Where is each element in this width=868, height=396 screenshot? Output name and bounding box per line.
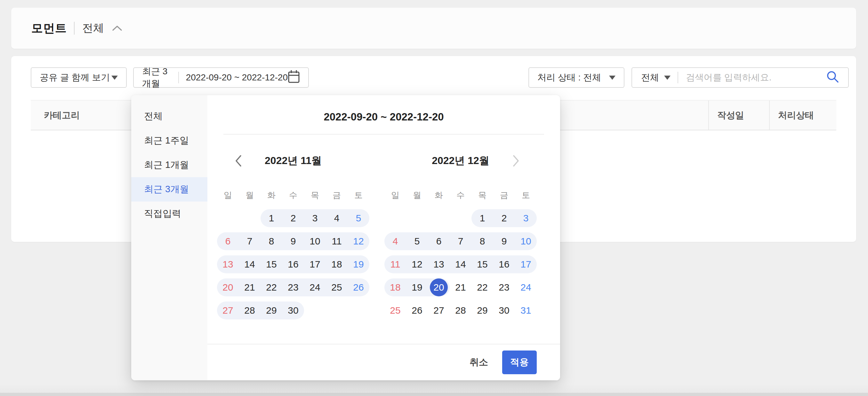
day-cell[interactable]: 25 [384, 299, 406, 322]
day-cell[interactable]: 12 [348, 230, 369, 253]
day-cell[interactable]: 5 [406, 230, 428, 253]
empty-day-cell [384, 207, 406, 230]
date-range-control[interactable]: 최근 3개월 2022-09-20 ~ 2022-12-20 [133, 67, 309, 88]
day-cell[interactable]: 30 [493, 299, 515, 322]
day-cell[interactable]: 6 [428, 230, 450, 253]
share-view-dropdown[interactable]: 공유 글 함께 보기 [31, 67, 127, 88]
day-cell[interactable]: 30 [282, 299, 304, 322]
calendar-week-row: 6789101112 [217, 230, 369, 253]
day-cell[interactable]: 25 [326, 276, 348, 299]
title-divider [223, 134, 544, 135]
calendar-week-row: 12345 [217, 207, 369, 230]
day-cell[interactable]: 21 [239, 276, 260, 299]
calendar-icon[interactable] [288, 69, 300, 86]
day-cell[interactable]: 26 [348, 276, 369, 299]
calendar-week-row: 13141516171819 [217, 253, 369, 276]
day-cell[interactable]: 24 [515, 276, 537, 299]
day-cell[interactable]: 11 [326, 230, 348, 253]
day-cell[interactable]: 17 [515, 253, 537, 276]
empty-day-cell [348, 299, 369, 322]
day-cell[interactable]: 7 [239, 230, 260, 253]
selected-day[interactable]: 20 [428, 276, 450, 299]
preset-item[interactable]: 최근 1개월 [131, 153, 208, 177]
selected-day-circle: 20 [430, 278, 448, 296]
weekday-label: 토 [515, 183, 537, 207]
calendar-panels: 2022년 11월일월화수목금토123456789101112131415161… [217, 146, 537, 322]
day-cell[interactable]: 23 [493, 276, 515, 299]
preset-item[interactable]: 최근 1주일 [131, 129, 208, 153]
day-cell[interactable]: 9 [493, 230, 515, 253]
date-preset-sidebar: 전체최근 1주일최근 1개월최근 3개월직접입력 [131, 95, 208, 380]
calendar-week-row: 27282930 [217, 299, 369, 322]
day-cell[interactable]: 8 [260, 230, 282, 253]
day-cell[interactable]: 21 [450, 276, 471, 299]
day-cell[interactable]: 2 [493, 207, 515, 230]
day-cell[interactable]: 20 [217, 276, 239, 299]
preset-item-selected[interactable]: 최근 3개월 [131, 177, 208, 201]
day-cell[interactable]: 12 [406, 253, 428, 276]
day-cell[interactable]: 13 [217, 253, 239, 276]
status-filter-dropdown[interactable]: 처리 상태 : 전체 [528, 67, 624, 88]
empty-day-cell [428, 207, 450, 230]
day-cell[interactable]: 10 [304, 230, 326, 253]
day-cell[interactable]: 8 [471, 230, 493, 253]
day-cell[interactable]: 17 [304, 253, 326, 276]
day-cell[interactable]: 16 [493, 253, 515, 276]
day-cell[interactable]: 7 [450, 230, 471, 253]
weekday-label: 일 [217, 183, 239, 207]
day-cell[interactable]: 18 [326, 253, 348, 276]
weekday-label: 목 [471, 183, 493, 207]
search-input[interactable] [686, 73, 826, 83]
day-cell[interactable]: 2 [282, 207, 304, 230]
day-cell[interactable]: 27 [217, 299, 239, 322]
weekday-row: 일월화수목금토 [384, 183, 537, 207]
day-cell[interactable]: 13 [428, 253, 450, 276]
day-cell[interactable]: 14 [239, 253, 260, 276]
day-cell[interactable]: 5 [348, 207, 369, 230]
day-cell[interactable]: 3 [515, 207, 537, 230]
table-column-status: 처리상태 [769, 101, 836, 130]
search-icon[interactable] [826, 70, 839, 86]
day-cell[interactable]: 29 [260, 299, 282, 322]
day-cell[interactable]: 24 [304, 276, 326, 299]
board-scope-label[interactable]: 전체 [82, 21, 104, 35]
day-cell[interactable]: 31 [515, 299, 537, 322]
day-cell[interactable]: 1 [260, 207, 282, 230]
weekday-label: 일 [384, 183, 406, 207]
day-cell[interactable]: 22 [260, 276, 282, 299]
calendar-month: 2022년 11월일월화수목금토123456789101112131415161… [217, 146, 369, 322]
day-cell[interactable]: 23 [282, 276, 304, 299]
day-cell[interactable]: 11 [384, 253, 406, 276]
day-cell[interactable]: 27 [428, 299, 450, 322]
day-cell[interactable]: 29 [471, 299, 493, 322]
day-cell[interactable]: 1 [471, 207, 493, 230]
caret-down-icon [112, 76, 118, 80]
day-cell[interactable]: 16 [282, 253, 304, 276]
day-cell[interactable]: 14 [450, 253, 471, 276]
day-cell[interactable]: 18 [384, 276, 406, 299]
preset-item[interactable]: 직접입력 [131, 201, 208, 226]
day-cell[interactable]: 28 [239, 299, 260, 322]
day-cell[interactable]: 6 [217, 230, 239, 253]
apply-button[interactable]: 적용 [502, 350, 537, 374]
day-cell[interactable]: 26 [406, 299, 428, 322]
day-cell[interactable]: 3 [304, 207, 326, 230]
header-divider [74, 22, 74, 35]
preset-item[interactable]: 전체 [131, 104, 208, 129]
day-cell[interactable]: 19 [406, 276, 428, 299]
day-cell[interactable]: 19 [348, 253, 369, 276]
day-cell[interactable]: 15 [260, 253, 282, 276]
caret-down-icon[interactable] [664, 76, 671, 80]
day-cell[interactable]: 4 [326, 207, 348, 230]
chevron-up-icon[interactable] [112, 25, 123, 32]
control-divider [678, 72, 678, 83]
date-range-preset-label: 최근 3개월 [142, 65, 171, 90]
day-cell[interactable]: 15 [471, 253, 493, 276]
day-cell[interactable]: 28 [450, 299, 471, 322]
day-cell[interactable]: 4 [384, 230, 406, 253]
day-cell[interactable]: 22 [471, 276, 493, 299]
day-cell[interactable]: 9 [282, 230, 304, 253]
cancel-button[interactable]: 취소 [469, 356, 488, 369]
search-scope-dropdown[interactable]: 전체 [641, 72, 659, 84]
day-cell[interactable]: 10 [515, 230, 537, 253]
